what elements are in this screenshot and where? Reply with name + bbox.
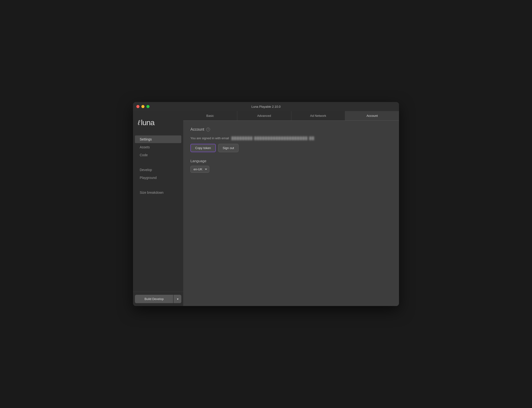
minimize-button[interactable] bbox=[141, 105, 144, 108]
sidebar: ℓ luna Settings Assets Code bbox=[133, 111, 183, 306]
content-area: Basic Advanced Ad Network Account Accoun… bbox=[183, 111, 399, 306]
build-button-row: Build Develop ▾ bbox=[135, 295, 181, 303]
logo-area: ℓ luna bbox=[133, 116, 183, 134]
language-section: Language en-UK en-US fr-FR de-DE bbox=[190, 159, 392, 173]
help-icon[interactable]: ? bbox=[206, 128, 210, 131]
sidebar-item-code[interactable]: Code bbox=[135, 151, 181, 159]
titlebar: Luna Playable 2.10.0 bbox=[133, 102, 399, 111]
sidebar-bottom: Build Develop ▾ bbox=[133, 292, 183, 306]
sidebar-item-settings[interactable]: Settings bbox=[135, 136, 181, 143]
app-window: Luna Playable 2.10.0 ℓ luna Settings Ass… bbox=[133, 102, 399, 306]
logo-icon: ℓ bbox=[138, 119, 140, 126]
account-title-text: Account bbox=[190, 127, 204, 132]
logo: ℓ luna bbox=[138, 118, 178, 127]
sidebar-group-tools: Size breakdown bbox=[133, 187, 183, 197]
signed-in-label: You are signed in with email bbox=[190, 136, 229, 140]
account-section-title: Account ? bbox=[190, 127, 392, 132]
signed-in-row: You are signed in with email ████████ ██… bbox=[190, 136, 392, 140]
sidebar-item-playground[interactable]: Playground bbox=[135, 174, 181, 182]
chevron-down-icon: ▾ bbox=[177, 298, 178, 301]
build-dropdown-button[interactable]: ▾ bbox=[174, 295, 181, 303]
tab-basic[interactable]: Basic bbox=[183, 111, 237, 120]
action-buttons: Copy token Sign out bbox=[190, 144, 392, 152]
sidebar-nav: Settings Assets Code Develop Playgr bbox=[133, 134, 183, 292]
language-select[interactable]: en-UK en-US fr-FR de-DE bbox=[190, 166, 209, 173]
content-body: Account ? You are signed in with email █… bbox=[183, 121, 399, 306]
maximize-button[interactable] bbox=[146, 105, 150, 108]
sidebar-group-main: Settings Assets Code bbox=[133, 134, 183, 160]
sidebar-group-dev: Develop Playground bbox=[133, 165, 183, 183]
close-button[interactable] bbox=[136, 105, 140, 108]
tabs-bar: Basic Advanced Ad Network Account bbox=[183, 111, 399, 121]
sign-out-button[interactable]: Sign out bbox=[218, 144, 239, 152]
traffic-lights bbox=[136, 105, 150, 108]
email-display: ████████ ████████████████████ ██ bbox=[231, 136, 315, 140]
tab-ad-network[interactable]: Ad Network bbox=[291, 111, 346, 120]
tab-advanced[interactable]: Advanced bbox=[237, 111, 291, 120]
build-develop-button[interactable]: Build Develop bbox=[135, 295, 173, 303]
window-title: Luna Playable 2.10.0 bbox=[251, 105, 281, 109]
main-layout: ℓ luna Settings Assets Code bbox=[133, 111, 399, 306]
logo-text: luna bbox=[141, 118, 155, 127]
sidebar-item-assets[interactable]: Assets bbox=[135, 143, 181, 151]
language-label: Language bbox=[190, 159, 392, 163]
sidebar-item-develop[interactable]: Develop bbox=[135, 166, 181, 174]
tab-account[interactable]: Account bbox=[345, 111, 399, 120]
copy-token-button[interactable]: Copy token bbox=[190, 144, 216, 152]
sidebar-item-size-breakdown[interactable]: Size breakdown bbox=[135, 189, 181, 196]
